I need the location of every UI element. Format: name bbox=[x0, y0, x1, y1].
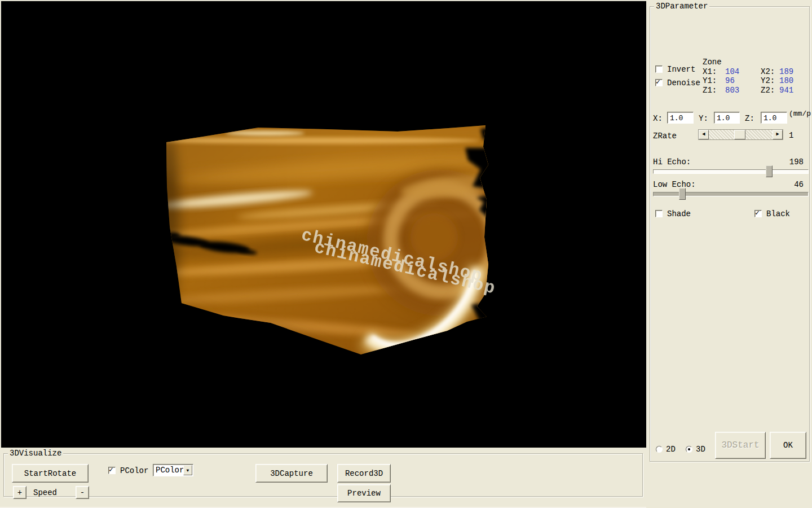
black-label: Black bbox=[766, 209, 790, 218]
pcolor-checkbox[interactable]: ✓ bbox=[108, 467, 116, 474]
mode-3d-radio[interactable] bbox=[686, 446, 692, 453]
zrate-value: 1 bbox=[789, 131, 793, 140]
scale-y-label: Y: bbox=[699, 114, 708, 123]
pcolor-dropdown[interactable]: PColor ▼ bbox=[153, 464, 193, 476]
shade-checkbox[interactable] bbox=[655, 210, 663, 217]
visualize-panel: 3DVisualize StartRotate + Speed - ✓ PCol… bbox=[0, 448, 646, 508]
check-icon: ✓ bbox=[109, 466, 113, 474]
zrate-arrow-right-icon[interactable]: ► bbox=[773, 130, 783, 139]
pcolor-dropdown-value: PColor bbox=[156, 466, 184, 475]
mode-2d-radio[interactable] bbox=[656, 446, 663, 453]
ok-button[interactable]: OK bbox=[770, 432, 806, 459]
zrate-thumb[interactable] bbox=[734, 130, 745, 139]
speed-label: Speed bbox=[33, 488, 57, 497]
denoise-checkbox[interactable]: ✓ bbox=[655, 79, 663, 86]
render-viewport[interactable]: chinamedicalshop chinamedicalshop bbox=[0, 0, 646, 448]
low-echo-track[interactable] bbox=[653, 192, 809, 196]
speed-plus-button[interactable]: + bbox=[13, 486, 27, 499]
denoise-label: Denoise bbox=[667, 78, 700, 87]
record-button[interactable]: Record3D bbox=[337, 464, 391, 483]
zone-x2-label: X2: bbox=[761, 67, 775, 76]
zone-label: Zone bbox=[703, 58, 722, 67]
scale-z-label: Z: bbox=[745, 114, 754, 123]
parameter-groupbox: 3DParameter Invert ✓ Denoise Zone X1: 10… bbox=[650, 6, 810, 462]
zone-y1-label: Y1: bbox=[703, 76, 717, 85]
start-rotate-button[interactable]: StartRotate bbox=[12, 464, 89, 483]
capture-button[interactable]: 3DCapture bbox=[255, 464, 328, 483]
hi-echo-value: 198 bbox=[780, 157, 804, 167]
visualize-groupbox-title: 3DVisualize bbox=[8, 449, 63, 458]
scale-z-input[interactable] bbox=[761, 112, 787, 124]
start3d-button[interactable]: 3DStart bbox=[715, 432, 766, 459]
zone-z2-value: 941 bbox=[779, 86, 793, 95]
parameter-groupbox-title: 3DParameter bbox=[654, 2, 709, 11]
low-echo-value: 46 bbox=[780, 180, 804, 189]
pcolor-checkbox-label: PColor bbox=[120, 466, 148, 475]
hi-echo-label: Hi Echo: bbox=[653, 157, 691, 167]
zone-x1-value: 104 bbox=[725, 67, 739, 76]
shade-label: Shade bbox=[667, 209, 691, 218]
check-icon: ✓ bbox=[656, 78, 660, 86]
zrate-arrow-left-icon[interactable]: ◄ bbox=[699, 130, 709, 139]
mode-3d-label: 3D bbox=[696, 445, 705, 454]
parameter-panel: 3DParameter Invert ✓ Denoise Zone X1: 10… bbox=[647, 0, 812, 508]
mode-2d-label: 2D bbox=[666, 445, 676, 454]
volume-render: chinamedicalshop chinamedicalshop bbox=[1, 1, 646, 446]
zone-y1-value: 96 bbox=[725, 76, 735, 85]
zone-x1-label: X1: bbox=[703, 67, 717, 76]
zone-z1-value: 803 bbox=[725, 86, 739, 95]
zone-y2-value: 180 bbox=[779, 76, 793, 85]
zrate-label: ZRate bbox=[653, 132, 677, 141]
zone-z1-label: Z1: bbox=[703, 86, 717, 95]
zone-z2-label: Z2: bbox=[761, 86, 775, 95]
preview-button[interactable]: Preview bbox=[337, 484, 391, 502]
hi-echo-thumb[interactable] bbox=[766, 165, 773, 177]
low-echo-label: Low Echo: bbox=[653, 180, 696, 189]
black-checkbox[interactable]: ✓ bbox=[754, 210, 762, 217]
zone-y2-label: Y2: bbox=[761, 76, 775, 85]
scale-x-input[interactable] bbox=[667, 112, 694, 124]
low-echo-thumb[interactable] bbox=[679, 188, 686, 200]
zone-x2-value: 189 bbox=[779, 67, 793, 76]
chevron-down-icon[interactable]: ▼ bbox=[183, 465, 192, 475]
scale-x-label: X: bbox=[653, 114, 663, 123]
zrate-scrollbar[interactable]: ◄ ► bbox=[698, 129, 783, 140]
check-icon: ✓ bbox=[755, 209, 760, 217]
invert-checkbox[interactable] bbox=[655, 65, 663, 73]
hi-echo-track[interactable] bbox=[653, 169, 809, 174]
speed-minus-button[interactable]: - bbox=[76, 486, 89, 499]
invert-label: Invert bbox=[667, 65, 695, 74]
scale-unit-label: (mm/p) bbox=[789, 110, 812, 119]
scale-y-input[interactable] bbox=[714, 112, 740, 124]
visualize-groupbox: 3DVisualize StartRotate + Speed - ✓ PCol… bbox=[3, 453, 643, 497]
